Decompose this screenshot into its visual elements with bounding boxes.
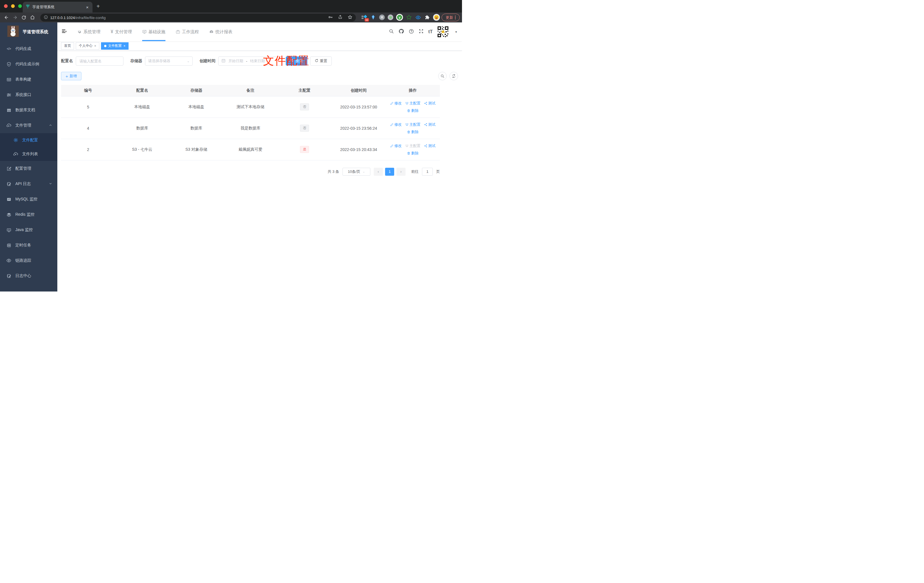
reset-button[interactable]: 重置 [310, 56, 332, 66]
sidebar-item-config-management[interactable]: 配置管理 [0, 161, 57, 176]
sidebar-item-code-demo[interactable]: 代码生成示例 [0, 56, 57, 72]
delete-link[interactable]: 删除 [407, 151, 419, 156]
table-row: 5 本地磁盘 本地磁盘 测试下本地存储 否 2022-03-15 23:57:0… [61, 96, 440, 117]
sidebar-item-form-builder[interactable]: 表单构建 [0, 72, 57, 87]
topnav-reports[interactable]: 统计报表 [205, 22, 236, 41]
timer-task-icon [6, 243, 12, 248]
sidebar-item-log-center[interactable]: 日志中心 [0, 268, 57, 284]
config-name-input[interactable] [76, 56, 124, 66]
sidebar-item-db-doc[interactable]: 数据库文档 [0, 102, 57, 118]
code-icon: </> [6, 46, 12, 51]
table-search-toggle-button[interactable] [438, 72, 447, 80]
share-icon[interactable] [338, 15, 343, 20]
yen-icon: ¥ [111, 29, 113, 34]
extension-tabs-icon[interactable]: 11 [361, 14, 367, 20]
file-management-submenu: 文件配置 文件列表 [0, 133, 57, 161]
close-icon[interactable]: × [124, 44, 125, 48]
test-link[interactable]: 测试 [424, 143, 436, 149]
close-icon[interactable]: × [94, 44, 96, 48]
page-1-button[interactable]: 1 [385, 168, 394, 176]
extension-y-icon[interactable]: y [396, 14, 403, 21]
tag-file-config[interactable]: 文件配置 × [101, 42, 129, 50]
zoom-window-button[interactable] [18, 4, 22, 8]
shield-check-icon [6, 61, 12, 67]
reload-icon[interactable] [21, 15, 26, 20]
topnav-workflow[interactable]: 工作流程 [172, 22, 203, 41]
sidebar-item-scheduled-tasks[interactable]: 定时任务 [0, 238, 57, 253]
sidebar-item-redis-monitor[interactable]: Redis 监控 [0, 207, 57, 222]
search-icon[interactable] [389, 29, 394, 35]
fullscreen-icon[interactable] [419, 29, 424, 35]
extension-gem-icon[interactable] [370, 14, 376, 20]
help-icon[interactable] [409, 29, 414, 35]
extension-badge: 11 [365, 18, 369, 21]
forward-icon[interactable] [13, 15, 18, 20]
edit-link[interactable]: 修改 [390, 122, 402, 127]
sidebar-item-tracing[interactable]: 链路追踪 [0, 253, 57, 268]
extension-eye-icon[interactable] [415, 14, 421, 20]
sidebar-collapse-icon[interactable] [61, 28, 67, 35]
header-actions: tT ▾ [389, 26, 462, 38]
sidebar-item-api-log[interactable]: API 日志 [0, 176, 57, 192]
extension-star-icon[interactable] [406, 14, 412, 20]
next-page-button[interactable]: › [396, 168, 406, 176]
close-window-button[interactable] [4, 4, 8, 8]
github-icon[interactable] [398, 28, 404, 35]
extension-emoji-icon[interactable] [433, 14, 440, 21]
address-bar[interactable]: 127.0.0.1:1024/infra/file/file-config [40, 13, 356, 21]
sidebar-item-file-config[interactable]: 文件配置 [0, 133, 57, 147]
extensions-area: 11 ⌘ y [361, 13, 440, 21]
sidebar-item-code-gen[interactable]: </> 代码生成 [0, 41, 57, 56]
cloud-upload-icon [13, 152, 18, 157]
layers-icon [6, 212, 12, 217]
tag-home[interactable]: 首页 [61, 42, 74, 50]
primary-link[interactable]: 主配置 [405, 122, 421, 127]
tab-close-icon[interactable]: × [85, 5, 90, 10]
topnav-infrastructure[interactable]: 基础设施 [138, 22, 170, 41]
bookmark-star-icon[interactable] [348, 15, 353, 21]
browser-update-button[interactable]: 更新 [442, 13, 460, 21]
sidebar-item-system-api[interactable]: 系统接口 [0, 87, 57, 102]
prev-page-button[interactable]: ‹ [374, 168, 383, 176]
edit-link[interactable]: 修改 [390, 143, 402, 149]
briefcase-icon [176, 30, 180, 34]
app-logo[interactable]: 芋道管理系统 [0, 22, 57, 41]
password-key-icon[interactable] [328, 15, 333, 21]
tag-profile[interactable]: 个人中心 × [76, 42, 99, 50]
delete-link[interactable]: 删除 [407, 129, 419, 135]
table-refresh-button[interactable] [449, 72, 458, 80]
extension-command-icon[interactable]: ⌘ [379, 15, 385, 20]
browser-tab[interactable]: 芋道管理系统 × [23, 2, 92, 13]
goto-page-input[interactable] [422, 168, 433, 176]
font-size-icon[interactable]: tT [428, 29, 432, 34]
favicon-plant-icon [26, 4, 30, 10]
sidebar-item-file-list[interactable]: 文件列表 [0, 147, 57, 161]
topnav-payment[interactable]: ¥ 支付管理 [107, 22, 136, 41]
storage-select[interactable]: 请选择存储器 ⌄ [145, 56, 193, 66]
add-button[interactable]: + 新增 [61, 72, 81, 80]
avatar-qr-code[interactable] [437, 26, 449, 38]
sidebar-item-mysql-monitor[interactable]: MySQL 监控 [0, 192, 57, 207]
extension-dot-icon[interactable] [388, 15, 393, 20]
topnav-system[interactable]: 系统管理 [73, 22, 104, 41]
browser-tab-strip: 芋道管理系统 × + [0, 0, 462, 13]
primary-link[interactable]: 主配置 [405, 101, 421, 106]
page-size-select[interactable]: 10条/页 ⌄ [343, 168, 370, 176]
back-icon[interactable] [4, 15, 9, 20]
site-info-icon[interactable] [44, 15, 48, 20]
avatar-dropdown-caret-icon[interactable]: ▾ [455, 30, 457, 34]
delete-link[interactable]: 删除 [407, 108, 419, 113]
total-count: 共 3 条 [328, 169, 339, 174]
extensions-puzzle-icon[interactable] [424, 14, 430, 20]
test-link[interactable]: 测试 [424, 101, 436, 106]
sidebar-item-java-monitor[interactable]: Java 监控 [0, 222, 57, 238]
sidebar-item-file-management[interactable]: 文件管理 [0, 118, 57, 133]
browser-menu-icon[interactable] [455, 16, 456, 19]
logo-rabbit-image [7, 26, 19, 38]
minimize-window-button[interactable] [11, 4, 15, 8]
home-icon[interactable] [30, 15, 35, 20]
test-link[interactable]: 测试 [424, 122, 436, 127]
filter-form: 配置名 存储器 请选择存储器 ⌄ 创建时间 开始日期 - 结束日期 [61, 56, 458, 66]
new-tab-button[interactable]: + [96, 3, 100, 9]
edit-link[interactable]: 修改 [390, 101, 402, 106]
